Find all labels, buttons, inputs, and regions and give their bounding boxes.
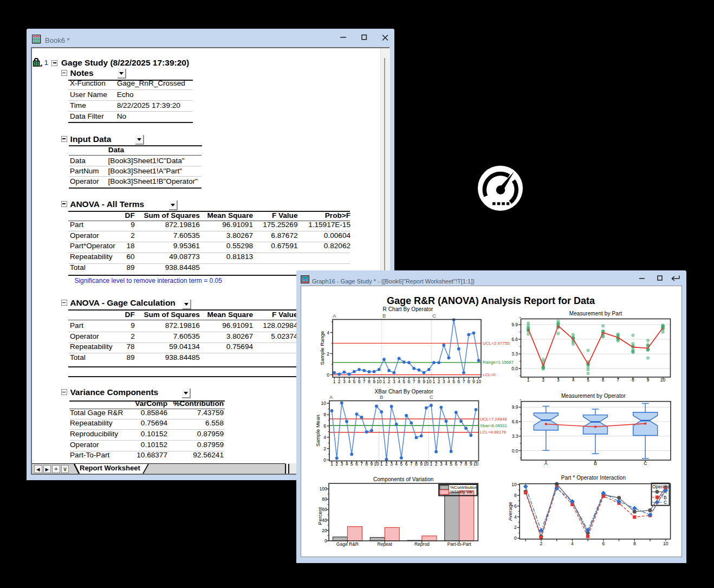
svg-text:10: 10 xyxy=(426,379,432,384)
svg-text:1: 1 xyxy=(333,379,336,384)
svg-text:C: C xyxy=(430,394,433,400)
svg-text:8: 8 xyxy=(465,461,468,467)
svg-text:6: 6 xyxy=(457,379,460,384)
svg-text:2: 2 xyxy=(327,351,329,357)
svg-text:6: 6 xyxy=(355,461,358,467)
svg-text:7: 7 xyxy=(410,461,413,467)
svg-text:8: 8 xyxy=(514,493,517,498)
svg-text:1: 1 xyxy=(330,461,333,467)
svg-text:LCL=0: LCL=0 xyxy=(483,372,496,377)
svg-text:Reprod: Reprod xyxy=(414,541,430,547)
svg-text:2: 2 xyxy=(542,378,544,383)
svg-text:Components of Variation: Components of Variation xyxy=(373,476,434,482)
svg-text:3.3: 3.3 xyxy=(512,434,518,439)
svg-text:1: 1 xyxy=(527,378,530,383)
svg-text:6.6: 6.6 xyxy=(512,419,518,424)
svg-text:0: 0 xyxy=(323,457,326,463)
svg-text:Range=1.15667: Range=1.15667 xyxy=(483,360,514,365)
svg-text:8: 8 xyxy=(368,379,371,384)
svg-text:A: A xyxy=(544,461,548,466)
svg-text:8: 8 xyxy=(415,461,418,467)
svg-text:3: 3 xyxy=(340,461,343,467)
svg-text:0: 0 xyxy=(514,536,517,541)
svg-text:10: 10 xyxy=(660,378,666,383)
svg-text:10: 10 xyxy=(374,461,379,467)
svg-text:3: 3 xyxy=(443,379,445,384)
svg-text:9: 9 xyxy=(470,461,472,467)
svg-text:20: 20 xyxy=(322,528,327,533)
svg-text:3: 3 xyxy=(557,378,560,383)
svg-text:5: 5 xyxy=(450,461,452,467)
svg-text:10: 10 xyxy=(321,401,327,406)
svg-text:2: 2 xyxy=(335,461,338,467)
svg-text:7: 7 xyxy=(413,379,416,384)
svg-text:2: 2 xyxy=(385,461,388,467)
svg-text:Average: Average xyxy=(507,502,513,521)
svg-text:B: B xyxy=(664,495,667,500)
svg-text:10: 10 xyxy=(473,461,479,467)
svg-text:100: 100 xyxy=(320,486,327,492)
svg-text:A: A xyxy=(329,394,333,400)
svg-text:5: 5 xyxy=(400,461,403,467)
svg-text:3.3: 3.3 xyxy=(511,351,518,357)
svg-text:3: 3 xyxy=(440,461,443,467)
svg-text:4: 4 xyxy=(323,435,326,440)
svg-text:8: 8 xyxy=(632,378,634,383)
svg-text:2: 2 xyxy=(438,379,440,384)
svg-text:3: 3 xyxy=(393,379,395,384)
svg-text:6: 6 xyxy=(455,461,457,467)
svg-text:2: 2 xyxy=(514,525,517,531)
svg-text:Measurement by Operator: Measurement by Operator xyxy=(561,393,626,399)
svg-text:9: 9 xyxy=(647,378,650,383)
svg-text:UCL=7.24846: UCL=7.24846 xyxy=(480,417,507,422)
svg-text:4: 4 xyxy=(447,379,450,384)
svg-text:8: 8 xyxy=(468,379,470,384)
svg-text:2: 2 xyxy=(338,379,341,384)
svg-text:4: 4 xyxy=(572,378,575,383)
svg-text:Xbar=6.06511: Xbar=6.06511 xyxy=(480,423,507,428)
svg-text:XBar Chart By Operator: XBar Chart By Operator xyxy=(375,389,434,395)
svg-text:7: 7 xyxy=(360,461,363,467)
svg-text:1: 1 xyxy=(433,379,436,384)
svg-text:10: 10 xyxy=(476,379,482,384)
svg-text:%Study Var: %Study Var xyxy=(450,489,473,494)
svg-text:6: 6 xyxy=(405,461,408,467)
svg-text:R Chart By Operator: R Chart By Operator xyxy=(382,306,433,312)
svg-text:6: 6 xyxy=(408,379,411,384)
svg-text:A: A xyxy=(333,313,336,319)
svg-text:Part * Operator Interaction: Part * Operator Interaction xyxy=(561,475,626,481)
svg-text:LCL=4.88176: LCL=4.88176 xyxy=(480,430,507,435)
svg-text:0.0: 0.0 xyxy=(512,448,518,454)
svg-text:B: B xyxy=(382,313,386,319)
svg-text:80: 80 xyxy=(322,497,327,502)
svg-text:Sample Range: Sample Range xyxy=(319,331,325,365)
svg-text:2: 2 xyxy=(323,446,326,451)
svg-text:6: 6 xyxy=(358,379,361,384)
svg-text:C: C xyxy=(644,461,647,466)
svg-text:8: 8 xyxy=(633,541,636,546)
svg-text:B: B xyxy=(594,461,597,466)
svg-text:9: 9 xyxy=(420,461,423,467)
svg-text:Gage R&R (ANOVA) Analysis Repo: Gage R&R (ANOVA) Analysis Report for Dat… xyxy=(387,295,595,306)
svg-text:5: 5 xyxy=(403,379,405,384)
svg-text:4: 4 xyxy=(348,379,350,384)
svg-text:UCL=2.97755: UCL=2.97755 xyxy=(483,341,510,346)
svg-text:9: 9 xyxy=(371,461,373,467)
svg-text:Operator: Operator xyxy=(652,484,671,489)
svg-text:10: 10 xyxy=(663,541,668,546)
svg-text:4: 4 xyxy=(445,461,447,467)
svg-text:9.9: 9.9 xyxy=(512,405,518,410)
svg-text:8: 8 xyxy=(365,461,368,467)
svg-text:Part-to-Part: Part-to-Part xyxy=(447,541,472,547)
svg-text:9.9: 9.9 xyxy=(511,322,518,327)
svg-text:4: 4 xyxy=(571,541,574,546)
svg-text:2: 2 xyxy=(435,461,438,467)
svg-text:6: 6 xyxy=(602,541,605,546)
svg-text:4: 4 xyxy=(514,514,517,520)
svg-text:Sample Mean: Sample Mean xyxy=(315,415,321,447)
svg-text:3: 3 xyxy=(390,461,393,467)
svg-text:Gage R&R: Gage R&R xyxy=(336,541,359,547)
svg-text:5: 5 xyxy=(350,461,353,467)
svg-text:Measurement by Part: Measurement by Part xyxy=(569,311,622,317)
svg-text:6.6: 6.6 xyxy=(511,337,518,342)
